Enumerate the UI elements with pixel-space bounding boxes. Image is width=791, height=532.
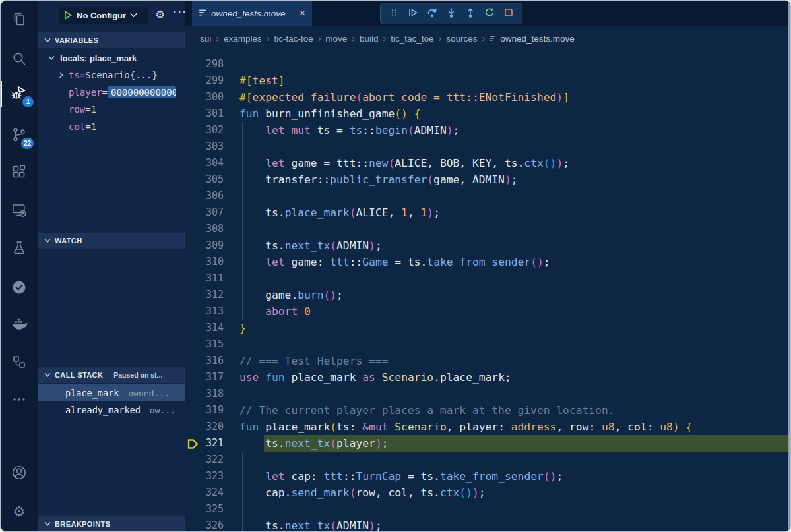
code-line-316[interactable]: 316// === Test Helpers === [185, 353, 791, 369]
breadcrumb-item[interactable]: tic-tac-toe [274, 34, 313, 44]
code-line-303[interactable]: 303 [185, 138, 791, 155]
breadcrumb-item[interactable]: move [325, 34, 347, 44]
line-number[interactable]: 304 [185, 155, 224, 171]
line-number[interactable]: 325 [185, 501, 224, 517]
activity-bar-item-run-debug[interactable]: 1 [1, 78, 38, 110]
call-stack-section-header[interactable]: CALL STACK Paused on st... [38, 367, 185, 383]
line-number[interactable]: 310 [185, 254, 224, 270]
code-line-298[interactable]: 298 [185, 56, 791, 73]
debug-settings-gear-icon[interactable]: ⚙ [155, 8, 165, 21]
close-tab-icon[interactable]: × [300, 8, 305, 18]
start-debug-icon[interactable] [64, 11, 73, 20]
activity-bar-item-checks[interactable] [1, 273, 38, 305]
activity-bar-item-search[interactable] [1, 44, 38, 76]
call-stack-frame-place_mark[interactable]: place_markowned... [38, 384, 185, 401]
activity-bar-item-settings[interactable]: ⚙ [1, 496, 38, 527]
code-line-310[interactable]: 310 let game: ttt::Game = ts.take_from_s… [185, 254, 791, 270]
code-editor[interactable]: 298299#[test]300#[expected_failure(abort… [185, 51, 791, 532]
line-number[interactable]: 299 [185, 73, 224, 89]
breadcrumb-item[interactable]: sui [200, 34, 211, 44]
tab-owned-tests-move[interactable]: owned_tests.move × [192, 1, 312, 26]
code-line-324[interactable]: 324 cap.send_mark(row, col, ts.ctx()); [185, 485, 791, 501]
variable-row-player[interactable]: player = 000000000000… [38, 84, 185, 101]
code-line-318[interactable]: 318 [185, 386, 791, 402]
line-number[interactable]: 313 [185, 303, 224, 320]
activity-bar-item-docker[interactable] [1, 309, 38, 341]
debug-step-over-button[interactable] [425, 7, 439, 21]
code-line-306[interactable]: 306 [185, 188, 791, 204]
code-line-299[interactable]: 299#[test] [185, 73, 791, 89]
line-number[interactable]: 307 [185, 204, 224, 221]
activity-bar-item-source-control[interactable]: 22 [1, 120, 38, 152]
activity-bar-item-explorer[interactable] [1, 5, 38, 36]
code-line-313[interactable]: 313 abort 0 [185, 303, 791, 320]
activity-bar-item-accounts[interactable] [1, 458, 38, 490]
code-line-300[interactable]: 300#[expected_failure(abort_code = ttt::… [185, 89, 791, 105]
debug-stop-button[interactable] [501, 7, 516, 21]
activity-bar-item-remote-explorer[interactable] [1, 196, 38, 227]
code-line-311[interactable]: 311 [185, 270, 791, 287]
code-line-321[interactable]: 321 ts.next_tx(player); [185, 435, 791, 452]
debug-continue-button[interactable] [406, 7, 420, 21]
line-number[interactable]: 300 [185, 89, 224, 105]
breadcrumb-item[interactable]: examples [224, 34, 262, 44]
line-number[interactable]: 302 [185, 122, 224, 138]
code-line-308[interactable]: 308 [185, 221, 791, 237]
line-number[interactable]: 315 [185, 336, 224, 353]
code-line-319[interactable]: 319// The current player places a mark a… [185, 402, 791, 419]
line-number[interactable]: 324 [185, 485, 224, 501]
line-number[interactable]: 312 [185, 287, 224, 303]
breadcrumb-file[interactable]: owned_tests.move [490, 34, 575, 44]
debug-step-out-button[interactable] [463, 7, 478, 21]
line-number[interactable]: 320 [185, 419, 224, 435]
call-stack-frame-already_marked[interactable]: already_markedow... [38, 401, 185, 419]
line-number[interactable]: 301 [185, 105, 224, 122]
code-line-317[interactable]: 317use fun place_mark as Scenario.place_… [185, 369, 791, 386]
variable-row-col[interactable]: col = 1 [38, 118, 185, 135]
code-line-301[interactable]: 301fun burn_unfinished_game() { [185, 105, 791, 122]
code-line-326[interactable]: 326 ts.next_tx(ADMIN); [185, 517, 791, 532]
code-line-304[interactable]: 304 let game = ttt::new(ALICE, BOB, KEY,… [185, 155, 791, 171]
line-number[interactable]: 314 [185, 320, 224, 336]
code-line-307[interactable]: 307 ts.place_mark(ALICE, 1, 1); [185, 204, 791, 221]
line-number[interactable]: 322 [185, 452, 224, 468]
line-number[interactable]: 306 [185, 188, 224, 204]
line-number[interactable]: 311 [185, 270, 224, 287]
breadcrumb-item[interactable]: sources [446, 34, 477, 44]
activity-bar-item-more-views[interactable] [1, 385, 38, 417]
debug-configuration-dropdown[interactable]: No Configur [59, 7, 148, 24]
breadcrumb-item[interactable]: tic_tac_toe [391, 34, 433, 44]
line-number[interactable]: 319 [185, 402, 224, 419]
debug-drag-handle-button[interactable] [387, 7, 401, 21]
line-number[interactable]: 298 [185, 56, 224, 73]
code-line-314[interactable]: 314} [185, 320, 791, 336]
activity-bar-item-testing[interactable] [1, 233, 38, 265]
variables-scope-row[interactable]: locals: place_mark [38, 49, 185, 67]
line-number[interactable]: 326 [185, 517, 224, 532]
variable-row-ts[interactable]: ts = Scenario{...} [38, 67, 185, 84]
breadcrumb-item[interactable]: build [360, 34, 379, 44]
code-line-323[interactable]: 323 let cap: ttt::TurnCap = ts.take_from… [185, 468, 791, 485]
line-number[interactable]: 308 [185, 221, 224, 237]
code-line-325[interactable]: 325 [185, 501, 791, 517]
code-line-312[interactable]: 312 game.burn(); [185, 287, 791, 303]
line-number[interactable]: 317 [185, 369, 224, 386]
code-line-322[interactable]: 322 [185, 452, 791, 468]
activity-bar-item-hierarchy[interactable] [1, 347, 38, 379]
line-number[interactable]: 316 [185, 353, 224, 369]
debug-step-into-button[interactable] [444, 7, 459, 21]
code-line-315[interactable]: 315 [185, 336, 791, 353]
watch-section-header[interactable]: WATCH [38, 233, 185, 249]
line-number[interactable]: 305 [185, 171, 224, 188]
line-number[interactable]: 318 [185, 386, 224, 402]
code-line-302[interactable]: 302 let mut ts = ts::begin(ADMIN); [185, 122, 791, 138]
code-line-320[interactable]: 320fun place_mark(ts: &mut Scenario, pla… [185, 419, 791, 435]
variables-section-header[interactable]: VARIABLES [38, 32, 185, 48]
line-number[interactable]: 323 [185, 468, 224, 485]
variable-value[interactable]: 000000000000… [108, 86, 176, 98]
variable-row-row[interactable]: row = 1 [38, 101, 185, 118]
code-line-305[interactable]: 305 transfer::public_transfer(game, ADMI… [185, 171, 791, 188]
line-number[interactable]: 303 [185, 138, 224, 155]
line-number[interactable]: 309 [185, 237, 224, 254]
debug-restart-button[interactable] [482, 7, 497, 21]
